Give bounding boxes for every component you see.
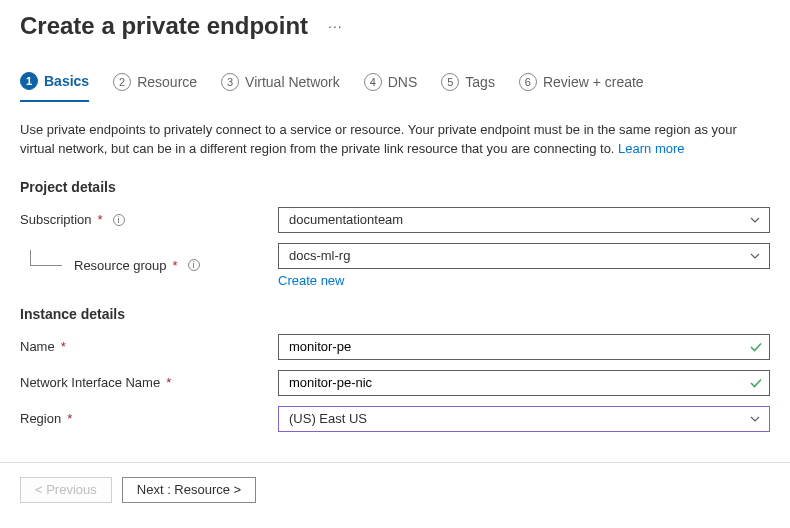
region-label: Region (20, 411, 61, 426)
wizard-tabs: 1 Basics 2 Resource 3 Virtual Network 4 … (20, 68, 770, 103)
tab-label: Virtual Network (245, 74, 340, 90)
required-mark: * (61, 339, 66, 354)
tab-step-circle: 5 (441, 73, 459, 91)
nic-name-label: Network Interface Name (20, 375, 160, 390)
region-select[interactable]: (US) East US (278, 406, 770, 432)
tab-review-create[interactable]: 6 Review + create (519, 68, 644, 102)
chevron-down-icon (749, 214, 761, 226)
tab-dns[interactable]: 4 DNS (364, 68, 418, 102)
subscription-value: documentationteam (289, 212, 403, 227)
tab-label: Review + create (543, 74, 644, 90)
required-mark: * (173, 258, 178, 273)
learn-more-link[interactable]: Learn more (618, 141, 684, 156)
nic-name-input-wrapper (278, 370, 770, 396)
tab-virtual-network[interactable]: 3 Virtual Network (221, 68, 340, 102)
tab-step-circle: 1 (20, 72, 38, 90)
tab-step-circle: 4 (364, 73, 382, 91)
required-mark: * (98, 212, 103, 227)
tab-label: DNS (388, 74, 418, 90)
intro-text: Use private endpoints to privately conne… (20, 121, 770, 159)
info-icon[interactable]: i (113, 214, 125, 226)
indent-icon (30, 250, 62, 266)
tab-tags[interactable]: 5 Tags (441, 68, 495, 102)
chevron-down-icon (749, 250, 761, 262)
section-instance-details: Instance details (20, 306, 770, 322)
page-title: Create a private endpoint (20, 12, 308, 40)
name-input[interactable] (289, 335, 743, 359)
tab-step-circle: 3 (221, 73, 239, 91)
tab-step-circle: 2 (113, 73, 131, 91)
info-icon[interactable]: i (188, 259, 200, 271)
check-icon (749, 340, 763, 354)
resource-group-select[interactable]: docs-ml-rg (278, 243, 770, 269)
footer-bar: < Previous Next : Resource > (0, 462, 790, 517)
tab-label: Resource (137, 74, 197, 90)
required-mark: * (166, 375, 171, 390)
tab-basics[interactable]: 1 Basics (20, 68, 89, 102)
subscription-label: Subscription (20, 212, 92, 227)
section-project-details: Project details (20, 179, 770, 195)
tab-resource[interactable]: 2 Resource (113, 68, 197, 102)
nic-name-input[interactable] (289, 371, 743, 395)
chevron-down-icon (749, 413, 761, 425)
next-button[interactable]: Next : Resource > (122, 477, 256, 503)
more-icon[interactable]: ··· (328, 18, 343, 34)
resource-group-value: docs-ml-rg (289, 248, 350, 263)
region-value: (US) East US (289, 411, 367, 426)
name-label: Name (20, 339, 55, 354)
required-mark: * (67, 411, 72, 426)
name-input-wrapper (278, 334, 770, 360)
previous-button: < Previous (20, 477, 112, 503)
tab-label: Basics (44, 73, 89, 89)
tab-step-circle: 6 (519, 73, 537, 91)
check-icon (749, 376, 763, 390)
subscription-select[interactable]: documentationteam (278, 207, 770, 233)
create-new-link[interactable]: Create new (278, 273, 770, 288)
tab-label: Tags (465, 74, 495, 90)
resource-group-label: Resource group (74, 258, 167, 273)
